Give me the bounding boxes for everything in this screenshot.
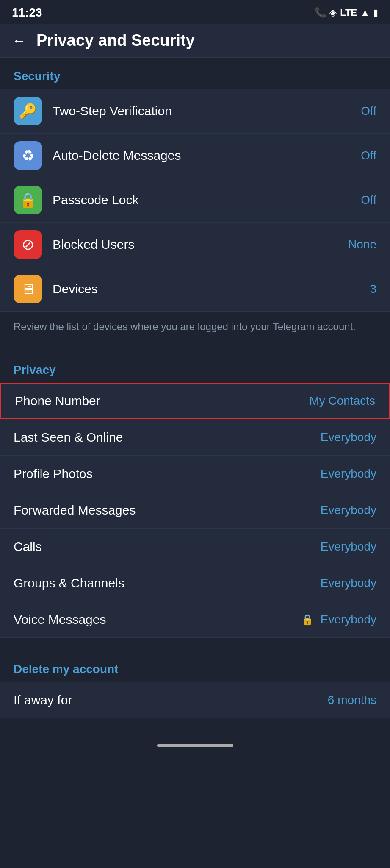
- devices-label: Devices: [53, 282, 365, 296]
- calls-item[interactable]: Calls Everybody: [0, 529, 390, 565]
- call-icon: 📞: [315, 7, 326, 18]
- groups-channels-value: Everybody: [321, 576, 376, 590]
- two-step-verification-item[interactable]: 🔑 Two-Step Verification Off: [0, 89, 390, 134]
- privacy-label: Privacy: [0, 351, 390, 383]
- voice-messages-item[interactable]: Voice Messages 🔒 Everybody: [0, 601, 390, 638]
- forwarded-messages-label: Forwarded Messages: [14, 503, 316, 517]
- page-title: Privacy and Security: [36, 31, 195, 50]
- if-away-for-label: If away for: [14, 693, 324, 707]
- profile-photos-value: Everybody: [321, 467, 376, 481]
- devices-value: 3: [370, 282, 376, 296]
- spacer-privacy: [0, 345, 390, 351]
- devices-description: Review the list of devices where you are…: [0, 312, 390, 345]
- forwarded-messages-item[interactable]: Forwarded Messages Everybody: [0, 492, 390, 529]
- forwarded-messages-value: Everybody: [321, 504, 376, 517]
- security-label: Security: [0, 58, 390, 89]
- delete-account-section: Delete my account If away for 6 months: [0, 651, 390, 718]
- two-step-icon: 🔑: [14, 97, 42, 125]
- voice-messages-value: Everybody: [321, 613, 376, 626]
- status-bar: 11:23 📞 ◈ LTE ▲ ▮: [0, 0, 390, 24]
- bottom-indicator: [157, 744, 233, 747]
- devices-item[interactable]: 🖥 Devices 3: [0, 267, 390, 312]
- passcode-lock-item[interactable]: 🔒 Passcode Lock Off: [0, 178, 390, 223]
- auto-delete-label: Auto-Delete Messages: [53, 148, 357, 163]
- voice-messages-label: Voice Messages: [14, 612, 301, 627]
- status-time: 11:23: [12, 6, 42, 19]
- auto-delete-item[interactable]: ♻ Auto-Delete Messages Off: [0, 134, 390, 178]
- last-seen-value: Everybody: [321, 431, 376, 444]
- two-step-value: Off: [361, 104, 376, 118]
- back-button[interactable]: ←: [12, 32, 26, 49]
- wifi-icon: ◈: [329, 7, 337, 18]
- auto-delete-icon: ♻: [14, 141, 42, 170]
- status-icons: 📞 ◈ LTE ▲ ▮: [315, 7, 378, 18]
- blocked-users-value: None: [348, 238, 376, 251]
- groups-channels-label: Groups & Channels: [14, 576, 316, 590]
- signal-icon: ▲: [360, 7, 370, 18]
- auto-delete-value: Off: [361, 149, 376, 162]
- if-away-for-value: 6 months: [328, 693, 376, 707]
- blocked-users-label: Blocked Users: [53, 237, 344, 252]
- calls-label: Calls: [14, 540, 316, 554]
- voice-messages-lock-icon: 🔒: [301, 614, 314, 626]
- profile-photos-label: Profile Photos: [14, 467, 316, 481]
- groups-channels-item[interactable]: Groups & Channels Everybody: [0, 565, 390, 601]
- privacy-section: Privacy Phone Number My Contacts Last Se…: [0, 351, 390, 638]
- battery-icon: ▮: [373, 7, 378, 18]
- if-away-for-item[interactable]: If away for 6 months: [0, 682, 390, 718]
- spacer-delete: [0, 638, 390, 651]
- passcode-label: Passcode Lock: [53, 193, 357, 207]
- calls-value: Everybody: [321, 540, 376, 554]
- blocked-users-icon: ⊘: [14, 230, 42, 259]
- profile-photos-item[interactable]: Profile Photos Everybody: [0, 456, 390, 492]
- delete-account-label: Delete my account: [0, 651, 390, 682]
- header: ← Privacy and Security: [0, 24, 390, 58]
- blocked-users-item[interactable]: ⊘ Blocked Users None: [0, 223, 390, 267]
- two-step-label: Two-Step Verification: [53, 104, 357, 118]
- passcode-icon: 🔒: [14, 186, 42, 214]
- last-seen-item[interactable]: Last Seen & Online Everybody: [0, 419, 390, 456]
- passcode-value: Off: [361, 193, 376, 207]
- security-section: Security 🔑 Two-Step Verification Off ♻ A…: [0, 58, 390, 345]
- devices-icon: 🖥: [14, 275, 42, 303]
- phone-number-label: Phone Number: [15, 394, 305, 408]
- lte-label: LTE: [340, 7, 357, 18]
- phone-number-value: My Contacts: [309, 394, 375, 408]
- last-seen-label: Last Seen & Online: [14, 430, 316, 445]
- bottom-bar: [0, 718, 390, 754]
- phone-number-item[interactable]: Phone Number My Contacts: [0, 383, 390, 419]
